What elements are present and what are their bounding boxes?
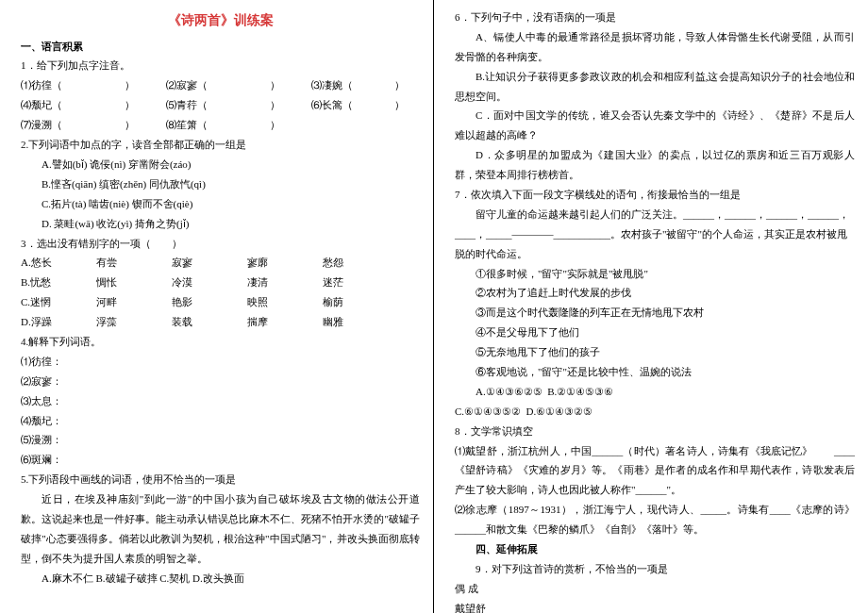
q5-opts: A.麻木不仁 B.破罐子破摔 C.契机 D.改头换面 bbox=[21, 569, 420, 588]
q4-item-6: ⑹斑斓： bbox=[21, 450, 420, 470]
q3-row-d: D.浮躁浮藻装载揣摩幽雅 bbox=[21, 312, 420, 332]
q9-poem-title: 偶 成 bbox=[455, 579, 855, 599]
q6-opt-b: B.让知识分子获得更多参政议政的机会和相应利益,这会提高知识分子的社会地位和思想… bbox=[455, 67, 855, 107]
q1: 1．给下列加点字注音。 bbox=[21, 56, 420, 75]
section-4-head: 四、延伸拓展 bbox=[455, 539, 855, 559]
q2-opt-b: B.悭吝(qiān) 缜密(zhěn) 同仇敌忾(qì) bbox=[21, 174, 420, 194]
q5: 5.下列语段中画线的词语，使用不恰当的一项是 bbox=[21, 470, 420, 489]
q7-list-4: ④不是父母甩下了他们 bbox=[455, 323, 855, 342]
q4-item-2: ⑵寂寥： bbox=[21, 372, 420, 391]
q6-opt-c: C．面对中国文学的传统，谁又会否认先秦文学中的《诗经》、《楚辞》不是后人难以超越… bbox=[455, 106, 855, 145]
q7-list-3: ③而是这个时代轰隆隆的列车正在无情地甩下农村 bbox=[455, 303, 855, 323]
q7-list-5: ⑤无奈地甩下了他们的孩子 bbox=[455, 342, 855, 362]
q8: 8．文学常识填空 bbox=[455, 422, 855, 441]
doc-title: 《诗两首》训练案 bbox=[21, 8, 420, 33]
q7-body-a: 留守儿童的命运越来越引起人们的广泛关注。______，______，______… bbox=[455, 205, 855, 224]
q7-body-b: ____，_____————___________。农村孩子"被留守"的个人命运… bbox=[455, 224, 855, 264]
q4-item-5: ⑸漫溯： bbox=[21, 430, 420, 450]
q2-opt-c: C.拓片(tà) 啮齿(niè) 锲而不舍(qiè) bbox=[21, 194, 420, 214]
q1-item-1: ⑴彷徨（ ） ⑵寂寥（ ） ⑶凄婉（ ） bbox=[21, 75, 420, 95]
q3-row-b: B.忧愁惆怅冷漠凄清迷茫 bbox=[21, 273, 420, 292]
q7: 7．依次填入下面一段文字横线处的语句，衔接最恰当的一组是 bbox=[455, 185, 855, 205]
q7-list-1: ①很多时候，"留守"实际就是"被甩脱" bbox=[455, 264, 855, 284]
q6-opt-a: A、镉使人中毒的最通常路径是损坏肾功能，导致人体骨骼生长代谢受阻，从而引发骨骼的… bbox=[455, 27, 855, 67]
q3: 3．选出没有错别字的一项（ ） bbox=[21, 234, 420, 254]
q5-body: 近日，在埃及神庙刻"到此一游"的中国小孩为自己破坏埃及古文物的做法公开道歉。这说… bbox=[21, 489, 420, 569]
q1-item-3: ⑺漫溯（ ） ⑻笙箫（ ） bbox=[21, 115, 420, 135]
q4-item-3: ⑶太息： bbox=[21, 391, 420, 411]
q4-item-4: ⑷颓圮： bbox=[21, 411, 420, 431]
q8-item-2: ⑵徐志摩（1897～1931），浙江海宁人，现代诗人、_____。诗集有____… bbox=[455, 500, 855, 539]
left-column: 《诗两首》训练案 一、语言积累 1．给下列加点字注音。 ⑴彷徨（ ） ⑵寂寥（ … bbox=[0, 0, 434, 613]
q6-opt-d: D．众多明星的加盟成为《建国大业》的卖点，以过亿的票房和近三百万观影人群，荣登本… bbox=[455, 145, 855, 185]
right-column: 6．下列句子中，没有语病的一项是 A、镉使人中毒的最通常路径是损坏肾功能，导致人… bbox=[434, 0, 868, 613]
q9-poem-author: 戴望舒 bbox=[455, 599, 855, 613]
q7-opts: A.①④③⑥②⑤ B.②①④⑤③⑥ C.⑥①④③⑤② D.⑥①④③②⑤ bbox=[455, 382, 855, 422]
q7-list-6: ⑥客观地说，"留守"还是比较中性、温婉的说法 bbox=[455, 362, 855, 382]
q9: 9．对下列这首诗的赏析，不恰当的一项是 bbox=[455, 559, 855, 579]
q3-row-c: C.迷惘河畔艳影映照榆荫 bbox=[21, 292, 420, 312]
q4: 4.解释下列词语。 bbox=[21, 332, 420, 352]
q8-item-1: ⑴戴望舒，浙江杭州人，中国______（时代）著名诗人，诗集有《我底记忆》 __… bbox=[455, 441, 855, 501]
q2-opt-a: A.譬如(bǐ) 诡佞(nì) 穿凿附会(záo) bbox=[21, 155, 420, 174]
q7-list-2: ②农村为了追赶上时代发展的步伐 bbox=[455, 283, 855, 303]
q2-opt-d: D. 菜畦(wā) 收讫(yì) 掎角之势(jǐ) bbox=[21, 214, 420, 234]
q6: 6．下列句子中，没有语病的一项是 bbox=[455, 8, 855, 27]
section-1-head: 一、语言积累 bbox=[21, 37, 420, 57]
q2: 2.下列词语中加点的字，读音全部都正确的一组是 bbox=[21, 135, 420, 155]
q3-row-a: A.悠长有尝寂寥寥廓愁怨 bbox=[21, 253, 420, 273]
q1-item-2: ⑷颓圮（ ） ⑸青荇（ ） ⑹长篙（ ） bbox=[21, 95, 420, 115]
q4-item-1: ⑴彷徨： bbox=[21, 352, 420, 372]
